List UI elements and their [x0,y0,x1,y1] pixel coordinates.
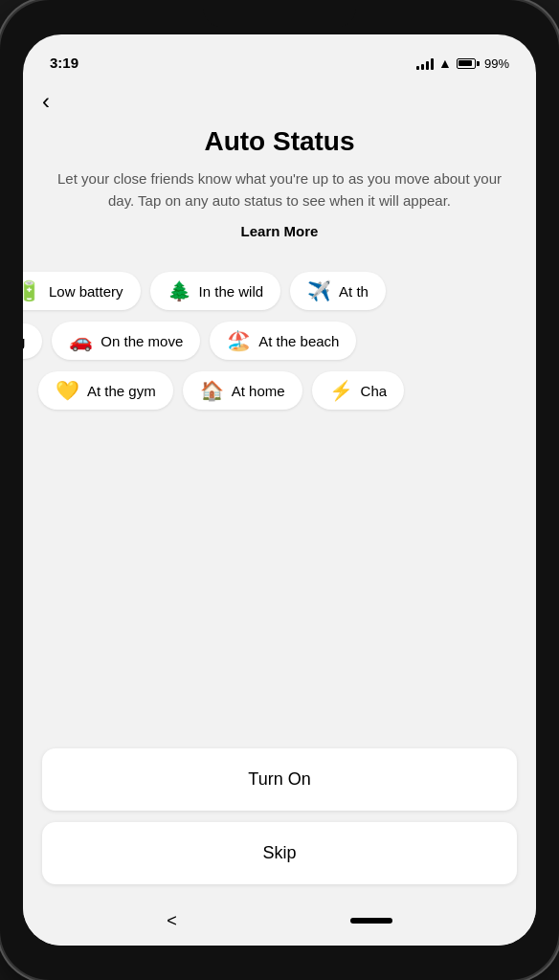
gym-icon: 💛 [56,381,79,400]
chip-gym-label: At the gym [87,383,156,399]
app-content: ‹ Auto Status Let your close friends kno… [23,77,536,896]
chip-charging[interactable]: ⚡ Cha [312,371,405,410]
header-section: Auto Status Let your close friends know … [23,115,536,258]
chip-airplane-label: At th [339,283,369,300]
nav-home-indicator[interactable] [350,918,392,924]
car-icon: 🚗 [69,331,93,350]
beach-icon: 🏖️ [227,331,251,350]
nav-bar: < [23,896,536,946]
chip-partial-label: g [23,333,25,349]
airplane-icon: ✈️ [307,281,331,301]
battery-percentage: 99% [484,56,509,71]
status-icons: ▲ 99% [416,56,509,71]
chips-row-1: 🔋 Low battery 🌲 In the wild ✈️ At th [23,266,536,316]
charging-icon: ⚡ [329,381,353,400]
nav-back-button[interactable]: < [167,911,177,931]
page-title: Auto Status [54,126,505,157]
chip-low-battery-label: Low battery [49,283,123,300]
chip-move-label: On the move [101,333,183,349]
chip-beach-label: At the beach [258,333,339,349]
battery-icon [457,58,480,69]
skip-button[interactable]: Skip [42,822,517,884]
phone-notch [203,0,356,27]
chip-in-the-wild[interactable]: 🌲 In the wild [150,272,281,310]
chip-charging-label: Cha [361,383,388,399]
chip-at-the-gym[interactable]: 💛 At the gym [38,371,173,410]
home-icon: 🏠 [200,381,224,400]
phone-screen: 3:19 ▲ 99% ‹ [23,34,536,946]
chip-wild-label: In the wild [199,283,264,300]
chip-on-the-move[interactable]: 🚗 On the move [52,322,200,360]
status-bar: 3:19 ▲ 99% [23,34,536,77]
phone-frame: 3:19 ▲ 99% ‹ [0,0,559,980]
chip-airplane[interactable]: ✈️ At th [290,272,386,310]
wild-icon: 🌲 [168,281,191,301]
chips-row-2: g 🚗 On the move 🏖️ At the beach [23,316,536,366]
learn-more-link[interactable]: Learn More [54,223,505,239]
chip-partial[interactable]: g [23,323,42,359]
chip-at-the-beach[interactable]: 🏖️ At the beach [210,322,356,360]
low-battery-icon: 🔋 [23,281,41,301]
chip-at-home[interactable]: 🏠 At home [183,371,302,410]
signal-icon [416,56,434,70]
chips-area: 🔋 Low battery 🌲 In the wild ✈️ At th [23,258,536,733]
chips-row-3: 💛 At the gym 🏠 At home ⚡ Cha [23,366,536,415]
bottom-section: Turn On Skip [23,733,536,896]
turn-on-button[interactable]: Turn On [42,748,517,811]
status-time: 3:19 [50,55,78,71]
chip-home-label: At home [232,383,285,399]
page-description: Let your close friends know what you're … [54,168,505,212]
chip-low-battery[interactable]: 🔋 Low battery [23,272,141,310]
wifi-icon: ▲ [438,56,452,71]
back-button[interactable]: ‹ [23,77,69,115]
